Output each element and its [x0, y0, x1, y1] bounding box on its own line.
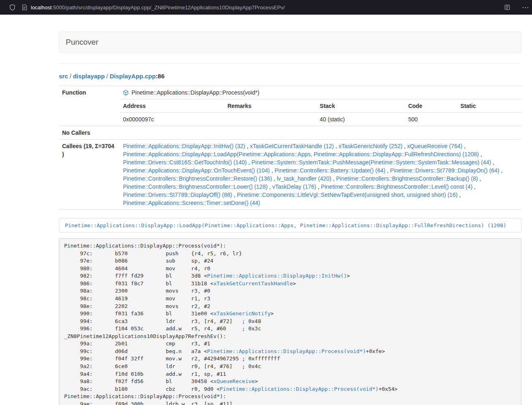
- highlighted-callee-box: Pinetime::Applications::DisplayApp::Load…: [59, 218, 521, 233]
- callee-link[interactable]: xTaskGetCurrentTaskHandle (12): [250, 143, 334, 149]
- function-type-icon: [123, 90, 129, 96]
- callee-link[interactable]: Pinetime::Components::LittleVgl::SetNewT…: [237, 192, 458, 198]
- breadcrumb: src/displayapp/DisplayApp.cpp:86: [59, 72, 521, 80]
- browser-chrome: localhost:5000/path/src/displayapp/Displ…: [0, 0, 532, 15]
- stats-table: Address Remarks Stack Code Static: [120, 99, 521, 126]
- tracking-protection-shield-icon[interactable]: [9, 4, 15, 11]
- callee-link[interactable]: Pinetime::Drivers::St7789::DisplayOn() (…: [390, 167, 499, 174]
- callee-link[interactable]: Pinetime::System::SystemTask::PushMessag…: [252, 159, 491, 166]
- callee-link[interactable]: Pinetime::Drivers::Cst816S::GetTouchInfo…: [123, 159, 247, 166]
- callee-link[interactable]: lv_task_handler (420): [277, 175, 332, 182]
- code-symbol-link[interactable]: xTaskGenericNotify: [213, 310, 271, 317]
- callee-link[interactable]: Pinetime::Applications::DisplayApp::Init…: [123, 143, 245, 149]
- function-label: Function: [59, 86, 120, 126]
- no-callers-label: No Callers: [59, 126, 120, 140]
- breadcrumb-file[interactable]: DisplayApp.cpp: [110, 73, 155, 80]
- breadcrumb-src[interactable]: src: [59, 73, 68, 80]
- callee-link[interactable]: Pinetime::Controllers::BrightnessControl…: [123, 183, 267, 190]
- code-symbol-link[interactable]: xQueueReceive: [213, 378, 255, 384]
- address-value: 0x0000097c: [120, 113, 224, 126]
- stats-value-row: 0x0000097c 40 (static) 500: [120, 113, 521, 126]
- url-host: localhost: [31, 4, 52, 10]
- overflow-menu-icon[interactable]: ⋯: [522, 3, 529, 11]
- code-symbol-link[interactable]: Pinetime::Applications::DisplayApp::Proc…: [220, 386, 379, 392]
- callee-link[interactable]: Pinetime::Applications::DisplayApp::Load…: [123, 151, 479, 157]
- col-static: Static: [457, 99, 521, 113]
- remarks-value: [224, 113, 317, 126]
- divider: [59, 63, 521, 64]
- breadcrumb-separator: /: [106, 73, 108, 80]
- callees-row: Callees (19, Σ=3704 ) Pinetime::Applicat…: [59, 140, 521, 210]
- code-symbol-link[interactable]: xTaskGetCurrentTaskHandle: [213, 280, 293, 287]
- app-header: Puncover: [59, 32, 521, 53]
- col-address: Address: [120, 99, 224, 113]
- reader-view-icon[interactable]: [504, 4, 510, 10]
- function-row: Function Pinetime::Applications::Display…: [59, 86, 521, 126]
- url-path: :5000/path/src/displayapp/DisplayApp.cpp…: [52, 4, 285, 10]
- callee-link[interactable]: Pinetime::Applications::Screens::Timer::…: [123, 200, 260, 206]
- no-callers-row: No Callers: [59, 126, 521, 140]
- callee-link[interactable]: Pinetime::Applications::DisplayApp::OnTo…: [123, 167, 270, 174]
- function-signature-row: Pinetime::Applications::DisplayApp::Proc…: [120, 86, 521, 99]
- callee-link[interactable]: Pinetime::Controllers::BrightnessControl…: [123, 175, 272, 182]
- highlighted-callee-link[interactable]: Pinetime::Applications::DisplayApp::Load…: [65, 222, 506, 228]
- callee-link[interactable]: vTaskDelay (176): [272, 183, 316, 190]
- stack-value: 40 (static): [317, 113, 405, 126]
- col-code: Code: [405, 99, 457, 113]
- disassembly: Pinetime::Applications::DisplayApp::Proc…: [59, 238, 521, 405]
- breadcrumb-line-number: :86: [156, 73, 165, 80]
- symbol-table: Function Pinetime::Applications::Display…: [59, 86, 521, 210]
- callee-link[interactable]: Pinetime::Controllers::BrightnessControl…: [321, 183, 472, 190]
- static-value: [457, 113, 521, 126]
- callee-link[interactable]: xTaskGenericNotify (252): [338, 143, 402, 149]
- breadcrumb-separator: /: [70, 73, 71, 80]
- callee-link[interactable]: Pinetime::Controllers::BrightnessControl…: [336, 175, 478, 182]
- code-symbol-link[interactable]: Pinetime::Applications::DisplayApp::Init…: [207, 273, 347, 279]
- code-symbol-link[interactable]: Pinetime::Applications::DisplayApp::Proc…: [207, 348, 366, 354]
- callees-label: Callees (19, Σ=3704 ): [59, 140, 120, 210]
- col-remarks: Remarks: [224, 99, 317, 113]
- app-title[interactable]: Puncover: [59, 38, 98, 47]
- callee-link[interactable]: xQueueReceive (764): [407, 143, 462, 149]
- page-info-icon[interactable]: [22, 4, 27, 10]
- callees-list: Pinetime::Applications::DisplayApp::Init…: [120, 140, 521, 209]
- function-name: Pinetime::Applications::DisplayApp::Proc…: [131, 88, 259, 97]
- stats-header-row: Address Remarks Stack Code Static: [120, 99, 521, 113]
- callee-link[interactable]: Pinetime::Controllers::Battery::Update()…: [275, 167, 386, 174]
- url-bar[interactable]: localhost:5000/path/src/displayapp/Displ…: [31, 4, 285, 10]
- col-stack: Stack: [317, 99, 405, 113]
- code-value: 500: [405, 113, 457, 126]
- breadcrumb-displayapp[interactable]: displayapp: [73, 73, 105, 80]
- browser-window: localhost:5000/path/src/displayapp/Displ…: [0, 0, 532, 405]
- callee-link[interactable]: Pinetime::Drivers::St7789::DisplayOff() …: [123, 192, 232, 198]
